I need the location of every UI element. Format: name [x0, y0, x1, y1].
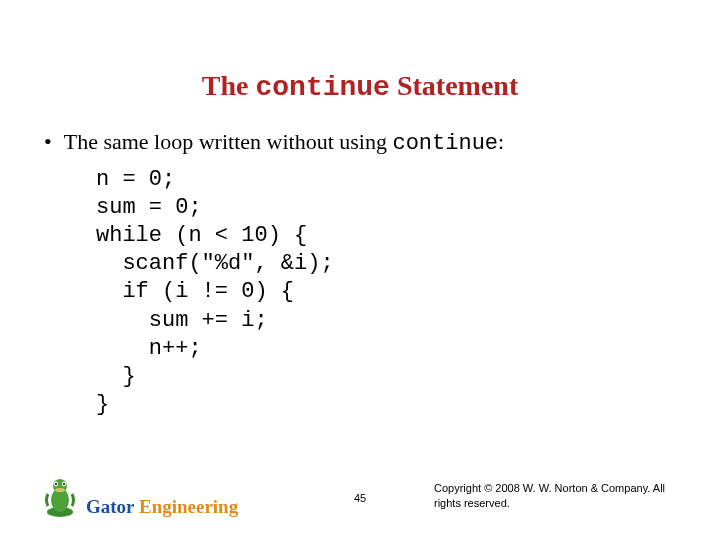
title-code: continue [255, 72, 389, 103]
brand-logo: Gator Engineering [42, 476, 238, 518]
bullet-pre: The same loop written without using [64, 129, 393, 154]
copyright-text: Copyright © 2008 W. W. Norton & Company.… [434, 481, 684, 510]
slide: The continue Statement • The same loop w… [0, 0, 720, 540]
svg-point-5 [55, 483, 57, 485]
bullet-code: continue [392, 131, 498, 156]
title-post: Statement [390, 70, 518, 101]
bullet-item: • The same loop written without using co… [44, 127, 680, 160]
brand-word-1: Gator [86, 496, 139, 517]
page-number: 45 [354, 492, 366, 504]
title-pre: The [202, 70, 256, 101]
code-block: n = 0; sum = 0; while (n < 10) { scanf("… [96, 166, 680, 419]
brand-text: Gator Engineering [86, 496, 238, 518]
bullet-text: The same loop written without using cont… [64, 127, 504, 160]
svg-point-6 [63, 483, 65, 485]
footer: Gator Engineering 45 Copyright © 2008 W.… [0, 470, 720, 518]
bullet-dot: • [44, 127, 52, 158]
gator-icon [42, 476, 78, 518]
slide-title: The continue Statement [40, 70, 680, 103]
svg-point-7 [55, 488, 65, 492]
brand-word-2: Engineering [139, 496, 238, 517]
bullet-post: : [498, 129, 504, 154]
